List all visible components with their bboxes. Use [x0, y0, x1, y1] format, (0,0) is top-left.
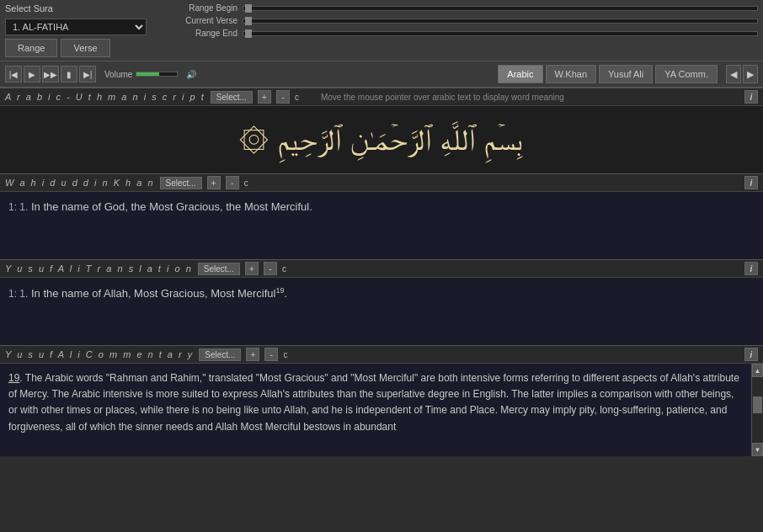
wahiduddin-text: 1: 1. In the name of God, the Most Graci…: [8, 199, 755, 216]
nav-bar: |◀ ▶ ▶▶ ▮ ▶| Volume 🔊 Arabic W.Khan Yusu…: [0, 61, 763, 88]
tab-arabic[interactable]: Arabic: [498, 65, 542, 83]
yusufali-font-plus[interactable]: +: [245, 262, 259, 275]
arabic-font-plus[interactable]: +: [258, 90, 271, 104]
wahiduddin-ref: 1: 1.: [8, 201, 28, 213]
arabic-info-button[interactable]: i: [744, 90, 758, 104]
range-end-label: Range End: [163, 29, 237, 38]
sura-select[interactable]: 1. AL-FATIHA: [5, 19, 147, 35]
range-end-slider[interactable]: [243, 31, 758, 36]
arabic-font-minus[interactable]: -: [276, 90, 290, 104]
nav-prev[interactable]: ▶: [24, 66, 40, 82]
nav-arrows: ◀ ▶: [726, 65, 758, 83]
scroll-down-arrow[interactable]: ▼: [752, 443, 763, 456]
volume-label: Volume: [104, 70, 132, 79]
yusufali-title: Y u s u f A l i T r a n s l a t i o n: [5, 263, 193, 274]
commentary-ref: 19: [8, 372, 19, 384]
tab-yusufali[interactable]: Yusuf Ali: [599, 65, 653, 83]
yusufali-select-button[interactable]: Select...: [198, 263, 240, 275]
yusufali-font-label: c: [282, 264, 286, 274]
range-sliders: Range Begin Current Verse Range End: [163, 3, 758, 38]
current-verse-slider[interactable]: [243, 19, 758, 24]
wahiduddin-font-minus[interactable]: -: [226, 176, 239, 189]
yusufali-font-minus[interactable]: -: [264, 262, 277, 275]
arabic-text-area: بِسۡمِ ٱللَّهِ ٱلرَّحۡمَـٰنِ ٱلرَّحِيمِ …: [0, 106, 763, 173]
arabic-select-button[interactable]: Select...: [211, 91, 253, 104]
nav-prev-fast[interactable]: ▶▶: [42, 66, 59, 82]
nav-first[interactable]: |◀: [5, 66, 22, 82]
arabic-font-label: c: [295, 93, 299, 102]
range-begin-label: Range Begin: [163, 3, 237, 13]
commentary-wrapper: 19. The Arabic words "Rahman and Rahim,"…: [0, 364, 763, 456]
wahiduddin-translation: 1: 1. In the name of God, the Most Graci…: [0, 192, 763, 259]
commentary-font-label: c: [283, 350, 287, 359]
yusufali-text: 1: 1. In the name of Allah, Most Graciou…: [8, 285, 755, 303]
nav-arrow-right[interactable]: ▶: [743, 65, 758, 83]
select-sura-label: Select Sura: [5, 3, 157, 13]
nav-stop[interactable]: ▮: [61, 66, 77, 82]
top-controls: Select Sura 1. AL-FATIHA Range Verse Ran…: [0, 0, 763, 61]
commentary-info-button[interactable]: i: [744, 348, 758, 361]
wahiduddin-info-button[interactable]: i: [744, 176, 758, 189]
arabic-section-header: A r a b i c - U t h m a n i s c r i p t …: [0, 88, 763, 106]
nav-arrow-left[interactable]: ◀: [726, 65, 741, 83]
tab-yacomm[interactable]: YA Comm.: [655, 65, 718, 83]
scroll-up-arrow[interactable]: ▲: [752, 364, 763, 377]
commentary-font-plus[interactable]: +: [246, 348, 259, 361]
current-verse-label: Current Verse: [163, 16, 237, 25]
wahiduddin-title: W a h i d u d d i n K h a n: [5, 178, 155, 188]
arabic-text: بِسۡمِ ٱللَّهِ ٱلرَّحۡمَـٰنِ ٱلرَّحِيمِ …: [239, 122, 523, 157]
yusufali-info-button[interactable]: i: [744, 262, 758, 275]
commentary-content: 19. The Arabic words "Rahman and Rahim,"…: [0, 364, 751, 456]
wahiduddin-select-button[interactable]: Select...: [160, 177, 202, 189]
speaker-icon[interactable]: 🔊: [181, 66, 201, 82]
wahiduddin-section-header: W a h i d u d d i n K h a n Select... + …: [0, 173, 763, 192]
scroll-track[interactable]: [752, 377, 763, 443]
arabic-hint-text: Move the mouse pointer over arabic text …: [321, 93, 564, 102]
volume-control: Volume 🔊: [104, 66, 201, 82]
commentary-title: Y u s u f A l i C o m m e n t a r y: [5, 349, 194, 359]
wahiduddin-font-plus[interactable]: +: [207, 176, 221, 189]
left-panel: Select Sura 1. AL-FATIHA Range Verse: [5, 3, 157, 57]
commentary-scrollbar: ▲ ▼: [751, 364, 763, 456]
volume-slider[interactable]: [136, 72, 178, 77]
range-begin-slider[interactable]: [243, 6, 758, 11]
nav-last[interactable]: ▶|: [79, 66, 96, 82]
arabic-section-title: A r a b i c - U t h m a n i s c r i p t: [5, 92, 205, 102]
yusufali-superscript: 19: [275, 286, 284, 295]
yusufali-section-header: Y u s u f A l i T r a n s l a t i o n Se…: [0, 259, 763, 278]
yusufali-translation: 1: 1. In the name of Allah, Most Graciou…: [0, 278, 763, 345]
yusufali-ref: 1: 1.: [8, 288, 28, 300]
commentary-section-header: Y u s u f A l i C o m m e n t a r y Sele…: [0, 345, 763, 364]
commentary-select-button[interactable]: Select...: [199, 348, 241, 361]
verse-button[interactable]: Verse: [61, 39, 109, 57]
scroll-thumb: [753, 396, 762, 413]
translation-tabs: Arabic W.Khan Yusuf Ali YA Comm.: [498, 65, 718, 83]
range-button[interactable]: Range: [5, 39, 57, 57]
commentary-text: 19. The Arabic words "Rahman and Rahim,"…: [8, 370, 743, 435]
nav-buttons: |◀ ▶ ▶▶ ▮ ▶|: [5, 66, 96, 82]
tab-wkhan[interactable]: W.Khan: [546, 65, 597, 83]
commentary-font-minus[interactable]: -: [264, 348, 278, 361]
wahiduddin-font-label: c: [244, 178, 248, 188]
